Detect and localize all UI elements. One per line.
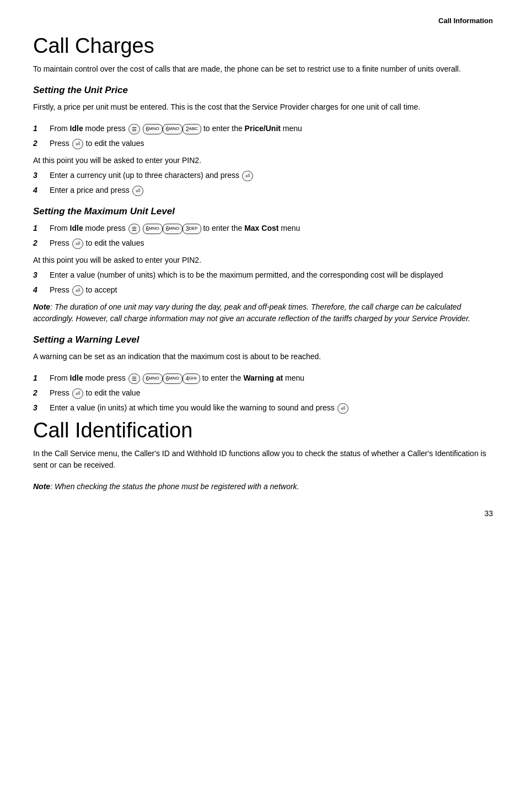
idle-label: Idle: [70, 224, 83, 232]
note-colon-2: : When checking the status the phone mus…: [50, 482, 299, 491]
step-3-content: Enter a currency unit (up to three chara…: [50, 170, 493, 181]
warning-step-3-content: Enter a value (in units) at which time y…: [50, 402, 493, 414]
page-header: Call Information: [33, 17, 493, 25]
idle-label: Idle: [70, 124, 83, 133]
step-2-content: Press ⏎ to edit the values: [50, 138, 493, 149]
ok-key: ⏎: [72, 388, 83, 399]
call-identification-intro: In the Call Service menu, the Caller's I…: [33, 448, 493, 471]
max-unit-steps-2: 3 Enter a value (number of units) which …: [33, 269, 493, 296]
menu-key: ☰: [128, 224, 140, 234]
ok-key: ⏎: [72, 285, 83, 296]
header-title: Call Information: [438, 17, 493, 25]
warning-steps: 1 From Idle mode press ☰ 6MNO6MNO4GHI to…: [33, 372, 493, 414]
key-6mno-3: 6MNO: [143, 224, 163, 234]
call-charges-intro: To maintain control over the cost of cal…: [33, 63, 493, 75]
pin-note-1: At this point you will be asked to enter…: [33, 155, 493, 166]
max-unit-step-1: 1 From Idle mode press ☰ 6MNO6MNO3DEF to…: [33, 223, 493, 234]
unit-price-step-4: 4 Enter a price and press ⏎: [33, 185, 493, 196]
step-number: 2: [33, 237, 50, 249]
ok-key: ⏎: [337, 403, 348, 414]
max-cost-label: Max Cost: [244, 224, 278, 232]
max-unit-note: Note: The duration of one unit may vary …: [33, 301, 493, 324]
step-number: 1: [33, 372, 50, 384]
step-number: 1: [33, 123, 50, 134]
note-colon: : The duration of one unit may vary duri…: [33, 302, 470, 323]
step-4-content: Enter a price and press ⏎: [50, 185, 493, 196]
page-number: 33: [33, 509, 493, 518]
unit-price-step-1: 1 From Idle mode press ☰ 6MNO6MNO2ABC to…: [33, 123, 493, 134]
menu-key: ☰: [128, 124, 140, 134]
idle-label: Idle: [70, 373, 83, 382]
step-1-content: From Idle mode press ☰ 6MNO6MNO2ABC to e…: [50, 123, 493, 134]
note-label-2: Note: [33, 482, 50, 491]
subtitle-unit-price: Setting the Unit Price: [33, 85, 493, 96]
key-6mno-2: 6MNO: [163, 124, 183, 134]
max-unit-step-2: 2 Press ⏎ to edit the values: [33, 237, 493, 249]
warning-at-label: Warning at: [243, 373, 283, 382]
call-id-note: Note: When checking the status the phone…: [33, 481, 493, 492]
step-number: 4: [33, 185, 50, 196]
max-step-2-content: Press ⏎ to edit the values: [50, 237, 493, 249]
warning-step-2-content: Press ⏎ to edit the value: [50, 387, 493, 399]
key-6mno-6: 6MNO: [163, 373, 183, 384]
max-unit-step-4: 4 Press ⏎ to accept: [33, 284, 493, 296]
max-step-1-content: From Idle mode press ☰ 6MNO6MNO3DEF to e…: [50, 223, 493, 234]
ok-key-3: ⏎: [242, 171, 253, 181]
max-step-4-content: Press ⏎ to accept: [50, 284, 493, 296]
call-service-label: Call Service: [55, 449, 96, 458]
key-3def: 3DEF: [183, 224, 201, 234]
key-4ghi: 4GHI: [183, 373, 200, 384]
warning-description: A warning can be set as an indication th…: [33, 351, 493, 362]
ok-key: ⏎: [72, 139, 83, 149]
unit-price-step-2: 2 Press ⏎ to edit the values: [33, 138, 493, 149]
step-number: 3: [33, 170, 50, 181]
key-6mno-4: 6MNO: [163, 224, 183, 234]
pin-note-2: At this point you will be asked to enter…: [33, 255, 493, 266]
step-number: 1: [33, 223, 50, 234]
max-step-3-content: Enter a value (number of units) which is…: [50, 269, 493, 281]
step-number: 3: [33, 402, 50, 414]
subtitle-max-unit: Setting the Maximum Unit Level: [33, 206, 493, 217]
note-label: Note: [33, 302, 50, 311]
menu-key: ☰: [128, 373, 140, 384]
unit-price-step-3: 3 Enter a currency unit (up to three cha…: [33, 170, 493, 181]
key-6mno-1: 6MNO: [143, 124, 163, 134]
warning-step-1-content: From Idle mode press ☰ 6MNO6MNO4GHI to e…: [50, 372, 493, 384]
subtitle-warning: Setting a Warning Level: [33, 334, 493, 345]
warning-step-1: 1 From Idle mode press ☰ 6MNO6MNO4GHI to…: [33, 372, 493, 384]
callers-id-label: Caller's ID: [135, 449, 170, 458]
key-sequence-2: 6MNO6MNO3DEF: [143, 224, 201, 234]
max-unit-steps-1: 1 From Idle mode press ☰ 6MNO6MNO3DEF to…: [33, 223, 493, 249]
key-6mno-5: 6MNO: [143, 373, 163, 384]
warning-step-3: 3 Enter a value (in units) at which time…: [33, 402, 493, 414]
step-number: 4: [33, 284, 50, 296]
withhold-id-label: Withhold ID: [187, 449, 227, 458]
key-sequence-1: 6MNO6MNO2ABC: [143, 124, 201, 134]
warning-step-2: 2 Press ⏎ to edit the value: [33, 387, 493, 399]
step-number: 3: [33, 269, 50, 281]
ok-key: ⏎: [72, 239, 83, 249]
unit-price-steps-2: 3 Enter a currency unit (up to three cha…: [33, 170, 493, 196]
price-unit-label: Price/Unit: [245, 124, 281, 133]
step-number: 2: [33, 387, 50, 399]
step-number: 2: [33, 138, 50, 149]
key-2abc: 2ABC: [183, 124, 201, 134]
unit-price-steps-1: 1 From Idle mode press ☰ 6MNO6MNO2ABC to…: [33, 123, 493, 149]
call-charges-title: Call Charges: [33, 35, 493, 58]
ok-key-4: ⏎: [132, 186, 143, 196]
unit-price-description: Firstly, a price per unit must be entere…: [33, 101, 493, 113]
call-identification-title: Call Identification: [33, 419, 493, 442]
max-unit-step-3: 3 Enter a value (number of units) which …: [33, 269, 493, 281]
key-sequence-3: 6MNO6MNO4GHI: [143, 373, 200, 384]
